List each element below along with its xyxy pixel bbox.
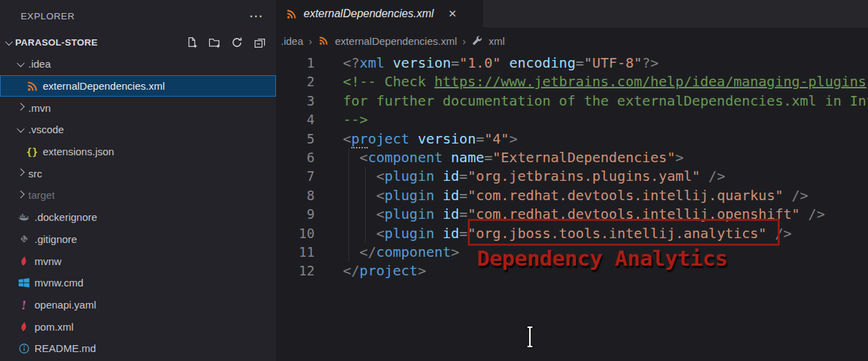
editor-group: externalDependencies.xml ✕ .idea › exter… [276, 0, 868, 361]
new-folder-icon[interactable] [208, 36, 221, 49]
xml-file-icon [286, 8, 297, 20]
line-number: 12 [276, 262, 315, 280]
chevron-down-icon [17, 59, 24, 67]
tree-item-gitignore[interactable]: .gitignore [0, 228, 276, 251]
code-line[interactable]: 2<!-- Check https://www.jetbrains.com/he… [276, 72, 868, 91]
folder-label: .idea [28, 58, 51, 70]
new-file-icon[interactable] [185, 36, 198, 49]
file-label: pom.xml [34, 321, 74, 333]
wrench-icon [471, 35, 483, 47]
code-line[interactable]: 5<project version="4"> [276, 130, 868, 148]
indent-guide [365, 167, 366, 243]
tab-strip: externalDependencies.xml ✕ [276, 0, 868, 28]
collapse-folders-icon[interactable] [253, 36, 266, 49]
tab-title: externalDependencies.xml [304, 8, 434, 20]
tab-externaldependencies-xml[interactable]: externalDependencies.xml ✕ [276, 0, 483, 28]
indent-guide [348, 148, 349, 262]
explorer-actions [185, 36, 266, 49]
line-number: 9 [276, 205, 315, 224]
tree-item-dockerignore[interactable]: .dockerignore [0, 206, 276, 228]
tree-item-openapi-yaml[interactable]: ! openapi.yaml [0, 294, 276, 316]
tree-item-idea-folder[interactable]: .idea [0, 53, 276, 75]
explorer-title: EXPLORER [21, 11, 75, 21]
file-label: .dockerignore [34, 211, 97, 223]
folder-label: .vscode [28, 124, 64, 135]
xml-file-icon [26, 80, 38, 92]
file-tree: .idea externalDependencies.xml .mvn .vsc… [0, 53, 276, 360]
info-circle-icon [18, 342, 30, 354]
code-line[interactable]: 1<?xml version="1.0" encoding="UTF-8"?> [276, 54, 868, 72]
code-line[interactable]: 3for further documentation of the extern… [276, 92, 868, 110]
code-line[interactable]: 12</project> [276, 262, 868, 280]
line-number: 3 [276, 92, 315, 110]
file-label: mvnw [34, 255, 61, 267]
breadcrumb-symbol[interactable]: xml [489, 35, 504, 47]
tree-item-extensions-json[interactable]: {} extensions.json [0, 141, 276, 163]
tree-item-mvn-folder[interactable]: .mvn [0, 97, 276, 119]
tree-item-externaldependencies-xml[interactable]: externalDependencies.xml [0, 75, 276, 97]
line-number: 10 [276, 224, 315, 243]
code-line[interactable]: 4--> [276, 110, 868, 129]
line-number: 1 [276, 54, 315, 72]
tree-item-vscode-folder[interactable]: .vscode [0, 119, 276, 141]
chevron-right-icon [17, 191, 24, 198]
docker-whale-icon [18, 211, 30, 223]
git-diamond-icon [18, 233, 30, 245]
maven-drop-icon [18, 255, 30, 267]
chevron-down-icon [5, 37, 12, 45]
more-actions-icon[interactable]: ⋯ [249, 12, 264, 19]
folder-label: target [28, 189, 55, 201]
tree-item-src-folder[interactable]: src [0, 162, 276, 184]
line-number: 6 [276, 148, 315, 167]
line-number: 8 [276, 186, 315, 205]
line-number: 2 [276, 72, 315, 91]
file-label: externalDependencies.xml [43, 80, 165, 92]
line-number: 5 [276, 130, 315, 148]
line-number: 7 [276, 167, 315, 186]
windows-logo-icon [18, 277, 30, 289]
code-line[interactable]: 11 </component> [276, 243, 868, 262]
yaml-bang-icon: ! [17, 298, 30, 311]
line-number: 11 [276, 243, 315, 262]
tree-item-pom-xml[interactable]: pom.xml [0, 315, 276, 338]
close-icon[interactable]: ✕ [448, 8, 457, 20]
file-label: openapi.yaml [34, 299, 96, 311]
maven-drop-icon [18, 321, 30, 333]
file-label: mvnw.cmd [34, 277, 83, 289]
tree-item-readme-md[interactable]: README.md [0, 338, 276, 360]
folder-label: src [28, 168, 42, 179]
file-label: extensions.json [43, 146, 114, 157]
project-name: PARASOL-STORE [15, 37, 98, 48]
text-cursor-icon [524, 325, 535, 352]
file-label: .gitignore [34, 233, 77, 245]
tree-item-target-folder[interactable]: target [0, 184, 276, 206]
code-editor[interactable]: 1<?xml version="1.0" encoding="UTF-8"?>2… [276, 54, 868, 361]
explorer-sidebar: EXPLORER ⋯ PARASOL-STORE .idea [0, 0, 276, 361]
chevron-right-icon: › [309, 35, 313, 47]
refresh-icon[interactable] [230, 36, 244, 49]
tree-item-mvnw[interactable]: mvnw [0, 250, 276, 272]
explorer-header: EXPLORER ⋯ [0, 0, 276, 32]
chevron-right-icon: › [462, 35, 466, 47]
breadcrumb: .idea › externalDependencies.xml › xml [276, 28, 868, 54]
tree-item-mvnw-cmd[interactable]: mvnw.cmd [0, 272, 276, 294]
chevron-right-icon [17, 103, 24, 110]
code-line[interactable]: 6 <component name="ExternalDependencies"… [276, 148, 868, 167]
file-label: README.md [34, 342, 96, 354]
breadcrumb-folder[interactable]: .idea [281, 35, 304, 47]
folder-label: .mvn [28, 102, 51, 114]
line-number: 4 [276, 110, 315, 129]
chevron-right-icon [17, 168, 24, 176]
chevron-down-icon [17, 125, 24, 133]
breadcrumb-file[interactable]: externalDependencies.xml [335, 35, 457, 47]
project-root-row[interactable]: PARASOL-STORE [0, 32, 276, 53]
json-braces-icon: {} [26, 146, 38, 157]
xml-file-icon [318, 35, 330, 47]
